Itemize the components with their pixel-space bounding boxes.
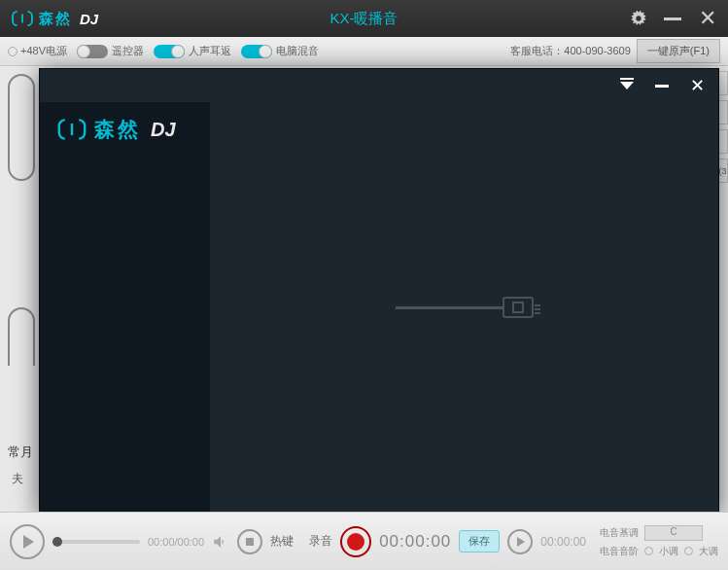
bottom-bar: 00:00/00:00 热键 录音 00:00:00 保存 00:00:00 电… bbox=[0, 512, 728, 570]
main-area: 常月 夫 (3 ✕ 森然 DJ bbox=[0, 66, 728, 512]
dropdown-icon[interactable] bbox=[620, 82, 634, 89]
brand-logo-icon bbox=[12, 10, 33, 27]
brand-name: 森然 bbox=[39, 10, 72, 28]
record-button[interactable] bbox=[340, 526, 371, 557]
overlay-brand-name: 森然 bbox=[94, 116, 141, 143]
tune-section: 电音基调 C 电音音阶 小调 大调 bbox=[600, 525, 718, 558]
tune-step-label: 电音音阶 bbox=[600, 545, 639, 558]
vocal-monitor-toggle[interactable]: 人声耳返 bbox=[150, 44, 231, 58]
phantom-power-toggle[interactable]: +48V电源 bbox=[8, 44, 67, 58]
toolbar: +48V电源 遥控器 人声耳返 电脑混音 客服电话：400-090-3609 一… bbox=[0, 37, 728, 66]
playback-time: 00:00/00:00 bbox=[148, 536, 204, 548]
window-title: KX-暖播音 bbox=[329, 10, 398, 28]
category-label: 常月 bbox=[8, 444, 37, 461]
settings-icon[interactable] bbox=[631, 11, 646, 26]
hotkey-label: 热键 bbox=[270, 533, 294, 550]
overlay-brand-dj: DJ bbox=[151, 119, 176, 141]
minor-radio[interactable] bbox=[644, 547, 653, 555]
usb-icon bbox=[396, 297, 534, 318]
tune-base-label: 电音基调 bbox=[600, 526, 639, 540]
stop-button[interactable] bbox=[237, 529, 262, 554]
major-label: 大调 bbox=[699, 545, 718, 558]
save-button[interactable]: 保存 bbox=[459, 530, 500, 552]
playback-slider[interactable] bbox=[52, 540, 140, 544]
close-button[interactable]: ✕ bbox=[699, 6, 716, 31]
playback-record-button[interactable] bbox=[507, 529, 533, 554]
volume-icon[interactable] bbox=[212, 533, 229, 551]
tune-key-dropdown[interactable]: C bbox=[644, 525, 703, 541]
pc-mix-toggle[interactable]: 电脑混音 bbox=[237, 44, 319, 58]
left-panel: 常月 夫 bbox=[8, 74, 37, 502]
knob-outline-2 bbox=[8, 307, 35, 366]
app-logo: 森然 DJ bbox=[12, 10, 98, 28]
original-sound-button[interactable]: 一键原声(F1) bbox=[637, 39, 720, 63]
overlay-logo: 森然 DJ bbox=[57, 116, 192, 143]
title-bar: 森然 DJ KX-暖播音 ✕ bbox=[0, 0, 728, 37]
overlay-content bbox=[210, 102, 718, 513]
play-button[interactable] bbox=[10, 524, 45, 559]
minimize-button[interactable] bbox=[664, 18, 681, 20]
service-phone: 客服电话：400-090-3609 bbox=[510, 44, 631, 58]
record-time: 00:00:00 bbox=[379, 532, 451, 552]
record-playback-time: 00:00:00 bbox=[540, 535, 586, 549]
minor-label: 小调 bbox=[659, 545, 678, 558]
brand-dj: DJ bbox=[80, 11, 98, 27]
overlay-header: ✕ bbox=[40, 69, 718, 102]
overlay-sidebar: 森然 DJ bbox=[40, 102, 210, 513]
overlay-minimize-button[interactable] bbox=[655, 85, 669, 88]
remote-toggle[interactable]: 遥控器 bbox=[73, 44, 144, 58]
brand-logo-icon bbox=[57, 118, 87, 141]
overlay-close-button[interactable]: ✕ bbox=[690, 75, 705, 96]
category-item[interactable]: 夫 bbox=[8, 471, 37, 487]
record-label: 录音 bbox=[309, 533, 332, 550]
overlay-panel: ✕ 森然 DJ bbox=[39, 68, 719, 514]
knob-outline-1 bbox=[8, 74, 35, 181]
major-radio[interactable] bbox=[684, 547, 693, 555]
